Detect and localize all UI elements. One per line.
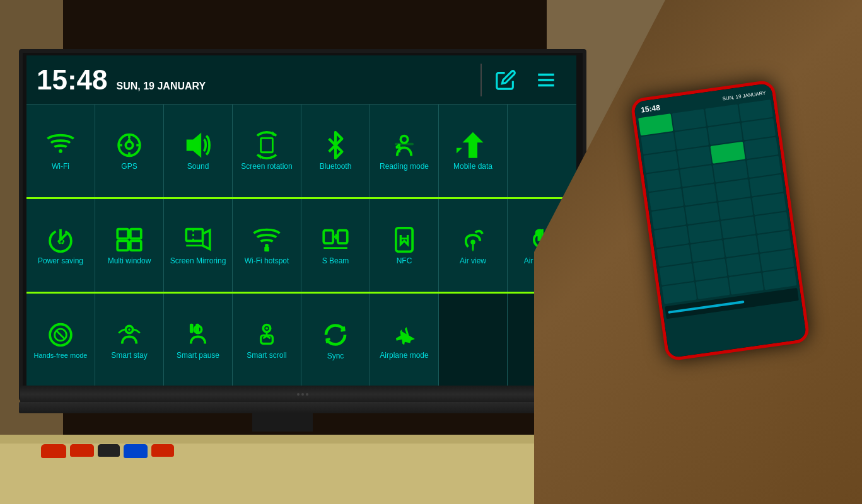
- grid-item-multi-window[interactable]: Multi window: [95, 199, 164, 292]
- grid-item-extra1[interactable]: [508, 105, 576, 197]
- list-icon: [535, 69, 557, 91]
- grid-item-smart-stay[interactable]: Smart stay: [95, 294, 164, 387]
- airplane-label: Airplane mode: [380, 351, 428, 360]
- svg-line-34: [56, 331, 64, 339]
- grid-row-3: Hands-free mode Smart stay Smart pause: [26, 294, 576, 387]
- grid-item-sound[interactable]: Sound: [164, 105, 233, 197]
- multi-window-label: Multi window: [108, 256, 151, 265]
- svg-point-30: [470, 239, 475, 244]
- hands-free-label: Hands-free mode: [34, 352, 88, 360]
- power-saving-icon: ♻: [44, 226, 77, 254]
- svg-rect-14: [395, 143, 414, 146]
- hands-free-icon: [44, 321, 77, 349]
- grid-item-bluetooth[interactable]: Bluetooth: [301, 105, 370, 197]
- beam-icon: [319, 226, 352, 254]
- svg-marker-15: [465, 134, 481, 158]
- smart-stay-label: Smart stay: [111, 351, 147, 360]
- air-view-icon: [457, 226, 489, 254]
- grid-item-smart-pause[interactable]: Smart pause: [164, 294, 233, 387]
- svg-rect-19: [131, 229, 141, 238]
- grid-row-1: Wi-Fi GPS Sound: [26, 105, 576, 199]
- header-divider-line: [481, 64, 482, 96]
- sync-label: Sync: [327, 352, 344, 360]
- bluetooth-label: Bluetooth: [320, 162, 352, 171]
- time-date: 15:48 SUN, 19 JANUARY: [37, 64, 206, 96]
- date-display: SUN, 19 JANUARY: [117, 81, 206, 92]
- svg-point-3: [59, 149, 62, 153]
- nfc-icon: [388, 226, 421, 254]
- soundbar: [20, 386, 585, 403]
- svg-marker-11: [187, 135, 201, 156]
- grid-item-wifi-hotspot[interactable]: Wi-Fi hotspot: [233, 199, 301, 292]
- grid-item-smart-scroll[interactable]: Smart scroll: [233, 294, 301, 387]
- grid-item-s-beam[interactable]: S Beam: [301, 199, 370, 292]
- grid-item-reading-mode[interactable]: Reading mode: [370, 105, 439, 197]
- mobile-data-icon: [457, 131, 489, 159]
- grid-item-screen-mirroring[interactable]: Screen Mirroring: [164, 199, 233, 292]
- grid-item-nfc[interactable]: NFC: [370, 199, 439, 292]
- svg-rect-12: [261, 138, 273, 152]
- grid-item-hands-free[interactable]: Hands-free mode: [26, 294, 95, 387]
- smart-pause-icon: [182, 320, 214, 348]
- svg-rect-25: [323, 231, 333, 244]
- wifi-label: Wi-Fi: [52, 162, 69, 171]
- grid-item-gps[interactable]: GPS: [95, 105, 164, 197]
- mobile-data-label: Mobile data: [453, 162, 492, 171]
- svg-rect-24: [264, 247, 269, 252]
- svg-rect-40: [195, 324, 199, 333]
- grid-item-wifi[interactable]: Wi-Fi: [26, 105, 95, 197]
- grid-item-mobile-data[interactable]: Mobile data: [439, 105, 508, 197]
- smart-scroll-icon: [250, 320, 283, 348]
- grid-item-sync[interactable]: Sync: [301, 294, 370, 387]
- svg-point-13: [400, 135, 407, 142]
- screen-rotation-label: Screen rotation: [241, 162, 292, 171]
- grid-item-air-view[interactable]: Air view: [439, 199, 508, 292]
- svg-rect-39: [190, 324, 194, 333]
- s-beam-label: S Beam: [322, 256, 349, 265]
- smart-pause-label: Smart pause: [177, 351, 219, 360]
- air-view-label: Air view: [460, 256, 486, 265]
- airplane-icon: [388, 320, 421, 348]
- pencil-icon: [495, 69, 516, 91]
- header-controls: [481, 60, 566, 100]
- grid-item-screen-rotation[interactable]: Screen rotation: [233, 105, 301, 197]
- hotspot-icon: [250, 226, 283, 254]
- sound-icon: [182, 131, 214, 159]
- shelf-edge: [0, 435, 618, 444]
- sound-label: Sound: [187, 162, 209, 171]
- tv-screen: 15:48 SUN, 19 JANUARY: [26, 55, 576, 389]
- svg-rect-21: [131, 241, 141, 250]
- svg-point-5: [125, 142, 132, 149]
- svg-point-36: [128, 328, 131, 331]
- grid-item-empty1: [439, 294, 508, 387]
- svg-marker-16: [457, 134, 460, 158]
- svg-rect-18: [117, 229, 128, 238]
- menu-button[interactable]: [526, 60, 566, 100]
- svg-text:♻: ♻: [57, 236, 65, 246]
- tv-header: 15:48 SUN, 19 JANUARY: [26, 55, 576, 105]
- nfc-label: NFC: [397, 256, 412, 265]
- gps-icon: [113, 131, 146, 159]
- bluetooth-icon: [319, 131, 352, 159]
- edit-button[interactable]: [486, 60, 526, 100]
- grid-item-power-saving[interactable]: ♻ Power saving: [26, 199, 95, 292]
- reading-mode-label: Reading mode: [380, 162, 429, 171]
- wifi-hotspot-label: Wi-Fi hotspot: [245, 256, 289, 265]
- tv-stand-neck: [252, 413, 313, 432]
- smart-scroll-label: Smart scroll: [247, 351, 286, 360]
- screen-mirroring-label: Screen Mirroring: [170, 256, 226, 265]
- screen-mirroring-icon: [182, 226, 214, 254]
- svg-rect-22: [186, 229, 202, 241]
- svg-rect-26: [338, 231, 347, 244]
- sync-icon: [319, 321, 352, 349]
- grid-row-2: ♻ Power saving Multi window Screen Mirro…: [26, 199, 576, 294]
- phone-time: 15:48: [640, 103, 660, 115]
- phone-date-small: SUN, 19 JANUARY: [722, 89, 766, 101]
- wifi-icon: [44, 131, 77, 159]
- tv-stand-base: [19, 402, 586, 413]
- clock-display: 15:48: [37, 64, 108, 96]
- phone-mini-grid: [638, 100, 796, 304]
- grid-item-airplane[interactable]: Airplane mode: [370, 294, 439, 387]
- reading-icon: [388, 131, 421, 159]
- toy-cars: [41, 444, 174, 458]
